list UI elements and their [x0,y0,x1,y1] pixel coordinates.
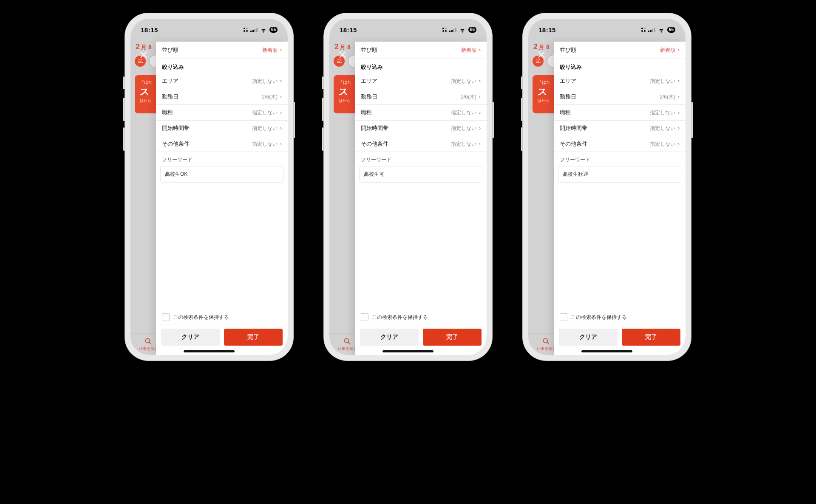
filter-row-starttime[interactable]: 開始時間帯 指定しない› [156,121,288,136]
svg-point-2 [142,62,143,63]
save-conditions-row[interactable]: この検索条件を保持する [156,310,288,324]
done-button[interactable]: 完了 [622,329,680,346]
filter-row-area[interactable]: エリア 指定しない› [554,73,686,89]
filter-row-jobtype[interactable]: 職種 指定しない› [355,105,487,121]
sort-label: 並び順 [162,46,178,54]
done-button[interactable]: 完了 [423,329,482,346]
filter-label: 開始時間帯 [361,124,388,132]
filter-row-other[interactable]: その他条件 指定しない› [156,136,288,152]
close-button[interactable] [139,50,148,61]
freeword-input[interactable]: 高校生OK [160,166,283,183]
chevron-right-icon: › [678,94,680,100]
chevron-right-icon: › [678,47,680,53]
sort-row[interactable]: 並び順 新着順 › [156,42,288,59]
filter-row-date[interactable]: 勤務日 2/6(木)› [156,89,288,105]
filter-row-starttime[interactable]: 開始時間帯 指定しない› [355,121,487,136]
save-checkbox[interactable] [560,313,567,321]
filter-value: 指定しない [252,125,278,132]
chevron-right-icon: › [479,141,481,147]
filter-value: 2/6(木) [461,93,476,101]
freeword-input[interactable]: 高校生歓迎 [558,166,681,183]
sort-label: 並び順 [560,46,576,54]
filter-label: その他条件 [361,140,388,148]
svg-point-7 [344,338,348,343]
chevron-right-icon: › [678,125,680,131]
sort-label: 並び順 [361,46,377,54]
close-button[interactable] [338,50,347,61]
search-icon [542,337,550,346]
volume-down-button [322,127,323,151]
filter-label: その他条件 [162,140,190,148]
filter-row-other[interactable]: その他条件 指定しない› [554,136,686,152]
chevron-right-icon: › [280,47,282,53]
save-checkbox[interactable] [162,313,170,321]
phone-mockup: 18:15 66 [125,13,294,361]
filter-row-area[interactable]: エリア 指定しない› [156,73,288,89]
save-checkbox[interactable] [361,313,368,321]
chevron-right-icon: › [280,110,282,115]
filter-value: 2/6(木) [262,93,278,101]
filter-row-other[interactable]: その他条件 指定しない› [355,136,487,152]
side-button [123,76,125,89]
filter-value: 指定しない [451,141,476,148]
save-conditions-row[interactable]: この検索条件を保持する [355,310,487,324]
home-indicator [581,350,632,352]
filter-value: 指定しない [252,78,278,85]
sort-row[interactable]: 並び順 新着順 › [554,42,686,59]
chevron-right-icon: › [678,110,680,115]
filter-label: その他条件 [560,140,587,148]
filter-row-jobtype[interactable]: 職種 指定しない› [554,105,686,121]
freeword-input[interactable]: 高校生可 [359,166,482,183]
clear-button[interactable]: クリア [161,329,220,346]
freeword-label: フリーワード [156,152,288,166]
svg-point-6 [341,62,342,63]
filter-label: 勤務日 [162,93,178,101]
chevron-right-icon: › [479,94,481,100]
clear-button[interactable]: クリア [360,329,419,346]
save-label: この検索条件を保持する [571,314,627,321]
sort-value: 新着順 [262,47,278,54]
svg-point-10 [540,62,541,63]
phone-screen: 18:15 66 [329,19,487,355]
filter-label: 勤務日 [361,93,377,101]
filter-sheet: 並び順 新着順 › 絞り込み エリア 指定しない› 勤務日 2/6(木)› 職種 [355,42,487,355]
home-indicator [184,350,235,352]
save-conditions-row[interactable]: この検索条件を保持する [554,310,686,324]
volume-up-button [521,98,522,121]
filter-value: 指定しない [451,125,476,132]
svg-point-11 [543,338,547,343]
freeword-label: フリーワード [355,152,487,166]
sort-value: 新着順 [660,47,675,54]
done-button[interactable]: 完了 [224,329,283,346]
filter-label: 職種 [361,109,372,116]
filter-heading: 絞り込み [355,59,487,73]
filter-row-date[interactable]: 勤務日 2/6(木)› [355,89,487,105]
filter-sheet: 並び順 新着順 › 絞り込み エリア 指定しない› 勤務日 2/6(木)› 職種 [554,42,686,355]
phone-mockup: 18:15 66 [323,13,493,361]
filter-row-starttime[interactable]: 開始時間帯 指定しない› [554,121,686,136]
phone-mockup: 18:15 66 [522,13,691,361]
power-button [691,102,693,138]
filter-row-date[interactable]: 勤務日 2/6(木)› [554,89,686,105]
volume-up-button [322,98,323,121]
sort-row[interactable]: 並び順 新着順 › [355,42,487,59]
filter-value: 指定しない [650,109,675,116]
chevron-right-icon: › [479,47,481,53]
volume-down-button [123,127,125,151]
filter-row-jobtype[interactable]: 職種 指定しない› [156,105,288,121]
side-button [322,76,323,89]
chevron-right-icon: › [479,125,481,131]
filter-value: 指定しない [650,125,675,132]
close-button[interactable] [537,50,546,61]
chevron-right-icon: › [479,78,481,84]
save-label: この検索条件を保持する [372,314,428,321]
power-button [493,102,494,138]
filter-label: 開始時間帯 [560,124,587,132]
filter-value: 指定しない [451,78,476,85]
freeword-value: 高校生歓迎 [563,171,588,177]
filter-label: エリア [560,77,576,85]
clear-button[interactable]: クリア [559,329,618,346]
filter-row-area[interactable]: エリア 指定しない› [355,73,487,89]
filter-label: 開始時間帯 [162,124,190,132]
phone-screen: 18:15 66 [528,19,686,355]
